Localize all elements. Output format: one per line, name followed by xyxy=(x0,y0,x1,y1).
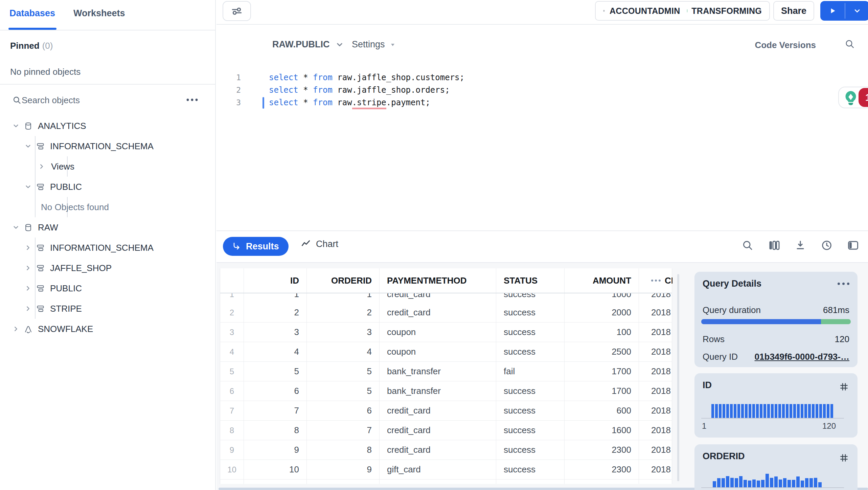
line-number: 2 xyxy=(216,86,241,94)
search-input[interactable] xyxy=(22,93,164,107)
cell: 3 xyxy=(220,322,244,342)
histogram-bar xyxy=(737,404,740,418)
table-row[interactable]: 333couponsuccess1002018 xyxy=(220,322,672,342)
cell: bank_transfer xyxy=(380,362,496,381)
chevron-down-icon[interactable] xyxy=(12,223,20,232)
columns-icon[interactable] xyxy=(768,239,780,251)
cell: 8 xyxy=(244,421,307,440)
error-count-badge[interactable]: 1 xyxy=(859,88,868,107)
code-line-2[interactable]: 2select * from raw.jaffle_shop.orders; xyxy=(216,84,868,96)
table-row[interactable]: 887credit_cardsuccess16002018 xyxy=(220,421,672,440)
tree-item-public[interactable]: PUBLIC xyxy=(0,177,215,197)
cell: 2000 xyxy=(565,303,639,322)
cell: 6 xyxy=(244,381,307,401)
id-histogram[interactable] xyxy=(711,404,833,418)
tree-item-analytics[interactable]: ANALYTICS xyxy=(0,116,215,136)
table-row[interactable]: 10109gift_cardsuccess23002018 xyxy=(220,460,672,480)
share-button[interactable]: Share xyxy=(773,1,814,21)
table-row[interactable]: 444couponsuccess25002018 xyxy=(220,342,672,362)
column-stats-panel-id: ID 1 120 xyxy=(694,373,858,438)
editor-search-icon[interactable] xyxy=(844,39,855,49)
column-header-orderid[interactable]: ORDERID xyxy=(307,268,380,293)
results-grid[interactable]: IDORDERIDPAYMENTMETHODSTATUSAMOUNTCREATE… xyxy=(220,268,672,484)
grid-vertical-scrollbar[interactable] xyxy=(677,274,679,481)
cell: credit_card xyxy=(380,293,496,303)
cell xyxy=(244,480,307,484)
chevron-right-icon[interactable] xyxy=(37,162,46,171)
context-label: RAW.PUBLIC xyxy=(272,39,330,50)
histogram-bar xyxy=(816,404,818,418)
tree-item-jaffle-shop[interactable]: JAFFLE_SHOP xyxy=(0,258,215,278)
column-header-rownum[interactable] xyxy=(220,268,244,293)
cell: 2 xyxy=(220,303,244,322)
histogram-bar xyxy=(735,478,738,487)
histogram-bar xyxy=(722,478,725,487)
sql-editor[interactable]: 1select * from raw.jaffle_shop.customers… xyxy=(216,71,868,109)
column-header-id[interactable]: ID xyxy=(244,268,307,293)
cell: 5 xyxy=(307,362,380,381)
tree-item-public[interactable]: PUBLIC xyxy=(0,278,215,298)
column-header-status[interactable]: STATUS xyxy=(496,268,565,293)
download-icon[interactable] xyxy=(794,239,806,251)
tree-item-snowflake[interactable]: SNOWFLAKE xyxy=(0,319,215,339)
role-name: ACCOUNTADMIN xyxy=(610,6,680,16)
split-panel-icon[interactable] xyxy=(847,239,859,251)
histogram-bar xyxy=(719,404,722,418)
more-options-icon[interactable] xyxy=(185,97,199,102)
chevron-right-icon[interactable] xyxy=(12,325,20,333)
tree-item-information-schema[interactable]: INFORMATION_SCHEMA xyxy=(0,136,215,156)
search-results-icon[interactable] xyxy=(741,239,754,251)
tree-item-information-schema[interactable]: INFORMATION_SCHEMA xyxy=(0,238,215,258)
table-row[interactable]: 776credit_cardsuccess6002018 xyxy=(220,401,672,421)
tree-item-views[interactable]: Views xyxy=(0,156,215,177)
context-selector[interactable]: ACCOUNTADMIN TRANSFORMING xyxy=(595,1,770,21)
cell: 1700 xyxy=(565,362,639,381)
column-header-label: CREATED xyxy=(665,275,672,286)
tab-worksheets[interactable]: Worksheets xyxy=(73,8,125,19)
chevron-down-icon[interactable] xyxy=(12,121,20,130)
run-options-button[interactable] xyxy=(845,1,868,21)
chevron-right-icon[interactable] xyxy=(24,243,32,252)
chevron-right-icon[interactable] xyxy=(24,284,32,293)
code-line-3[interactable]: 3select * from raw.stripe.payment; xyxy=(216,96,868,109)
tree-item-raw[interactable]: RAW xyxy=(0,217,215,238)
tree-item-stripe[interactable]: STRIPE xyxy=(0,298,215,319)
tab-chart[interactable]: Chart xyxy=(300,239,338,249)
histogram-bar xyxy=(730,478,734,487)
cell: 1 xyxy=(244,293,307,303)
tab-databases[interactable]: Databases xyxy=(9,8,55,19)
chevron-right-icon[interactable] xyxy=(24,304,32,313)
chevron-down-icon[interactable] xyxy=(24,142,32,151)
schema-icon xyxy=(36,142,45,151)
table-row[interactable]: 222credit_cardsuccess20002018 xyxy=(220,303,672,322)
tab-results[interactable]: Results xyxy=(223,237,289,256)
column-header-amount[interactable]: AMOUNT xyxy=(565,268,639,293)
table-row[interactable]: 665bank_transfersuccess17002018 xyxy=(220,381,672,401)
histogram-bar xyxy=(723,404,725,418)
histogram-bar xyxy=(801,481,804,487)
query-id-link[interactable]: 01b349f6-0000-d793-… xyxy=(755,352,849,362)
column-header-created[interactable]: CREATED xyxy=(639,268,672,293)
orderid-histogram[interactable] xyxy=(713,474,822,487)
chevron-right-icon[interactable] xyxy=(24,264,32,272)
chevron-down-icon[interactable] xyxy=(24,182,32,191)
run-play-button[interactable] xyxy=(820,1,845,21)
suggestion-bulb-icon[interactable] xyxy=(842,89,859,106)
history-clock-icon[interactable] xyxy=(821,239,833,251)
settings-menu[interactable]: Settings xyxy=(352,39,396,50)
worksheet-config-button[interactable] xyxy=(223,1,251,21)
table-row[interactable]: 998credit_cardsuccess23002018 xyxy=(220,440,672,460)
database-schema-picker[interactable]: RAW.PUBLIC xyxy=(272,39,345,50)
id-panel-title: ID xyxy=(703,380,712,391)
code-line-1[interactable]: 1select * from raw.jaffle_shop.customers… xyxy=(216,71,868,84)
cell: 10 xyxy=(220,460,244,479)
query-details-menu-icon[interactable] xyxy=(838,283,849,285)
histogram-bar xyxy=(771,404,774,418)
code-versions-link[interactable]: Code Versions xyxy=(755,40,816,50)
table-row[interactable]: 555bank_transferfail17002018 xyxy=(220,362,672,381)
query-duration-bar xyxy=(701,319,851,324)
cell: 9 xyxy=(244,440,307,460)
query-duration-value: 681ms xyxy=(823,305,849,315)
column-menu-icon[interactable] xyxy=(651,280,661,282)
column-header-paymentmethod[interactable]: PAYMENTMETHOD xyxy=(380,268,496,293)
